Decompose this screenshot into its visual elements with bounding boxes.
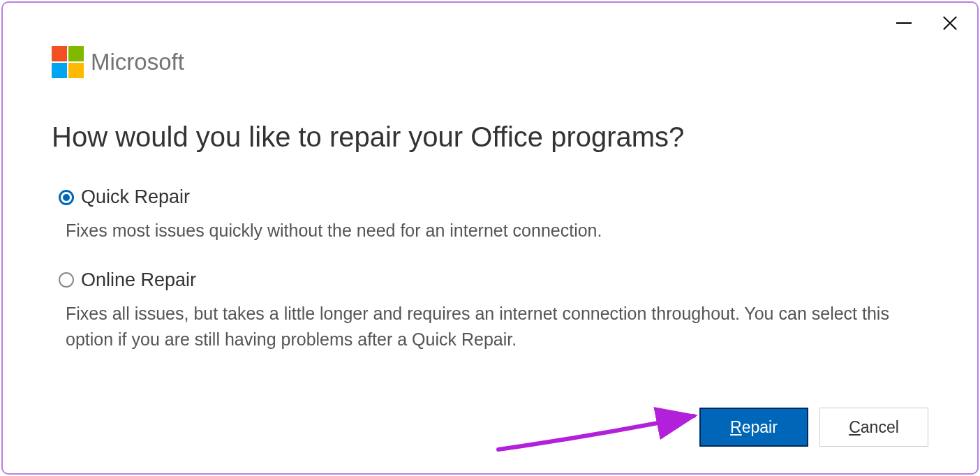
accesskey-letter: C — [849, 418, 861, 436]
online-repair-description: Fixes all issues, but takes a little lon… — [66, 301, 928, 353]
repair-options-group: Quick Repair Fixes most issues quickly w… — [52, 186, 928, 353]
arrow-annotation-icon — [491, 401, 715, 463]
dialog-buttons: Repair Cancel — [699, 408, 928, 447]
repair-button[interactable]: Repair — [699, 408, 808, 447]
accesskey-letter: R — [730, 418, 742, 436]
button-text-rest: ancel — [861, 418, 899, 436]
quick-repair-description: Fixes most issues quickly without the ne… — [66, 218, 928, 244]
radio-label: Quick Repair — [81, 186, 190, 208]
online-repair-radio[interactable]: Online Repair — [59, 269, 928, 291]
radio-label: Online Repair — [81, 269, 196, 291]
cancel-button[interactable]: Cancel — [819, 408, 928, 447]
button-text-rest: epair — [742, 418, 778, 436]
window-controls — [896, 15, 958, 31]
radio-icon — [59, 190, 74, 205]
brand-row: Microsoft — [52, 46, 928, 78]
dialog-window: Microsoft How would you like to repair y… — [1, 1, 979, 475]
close-icon[interactable] — [942, 15, 958, 31]
minimize-icon[interactable] — [896, 22, 912, 24]
dialog-content: Microsoft How would you like to repair y… — [3, 3, 977, 399]
quick-repair-radio[interactable]: Quick Repair — [59, 186, 928, 208]
dialog-heading: How would you like to repair your Office… — [52, 121, 928, 153]
brand-text: Microsoft — [91, 49, 184, 75]
radio-icon — [59, 272, 74, 288]
microsoft-logo-icon — [52, 46, 84, 78]
